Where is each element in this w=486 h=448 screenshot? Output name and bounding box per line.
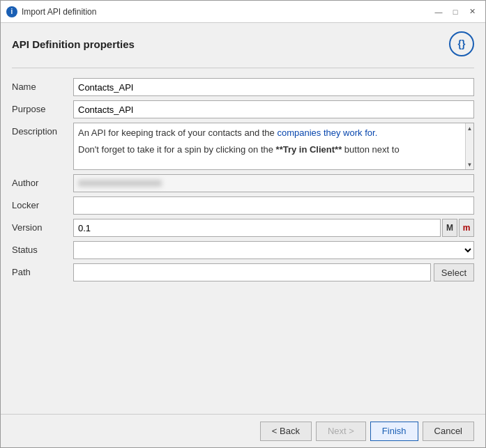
content-area: API Definition properties {} Name Purpos… <box>1 23 485 414</box>
api-definition-icon: {} <box>449 31 474 56</box>
description-content: An API for keeping track of your contact… <box>74 123 473 169</box>
cancel-button[interactable]: Cancel <box>423 422 474 441</box>
scroll-down-arrow[interactable]: ▼ <box>466 160 474 169</box>
app-icon: i <box>6 6 17 17</box>
version-label: Version <box>12 219 68 233</box>
version-input[interactable] <box>73 219 441 237</box>
window-title: Import API definition <box>22 7 431 17</box>
path-label: Path <box>12 263 68 277</box>
locker-label: Locker <box>12 196 68 210</box>
back-button[interactable]: < Back <box>260 422 312 441</box>
major-version-button[interactable]: M <box>442 219 457 237</box>
close-button[interactable]: ✕ <box>464 4 480 20</box>
page-title: API Definition properties <box>12 38 135 50</box>
status-select[interactable]: Draft Active Deprecated <box>73 241 474 259</box>
import-api-window: i Import API definition — □ ✕ API Defini… <box>0 0 486 448</box>
maximize-button[interactable]: □ <box>448 4 463 20</box>
description-field[interactable]: An API for keeping track of your contact… <box>73 123 474 170</box>
window-controls: — □ ✕ <box>431 4 480 20</box>
purpose-label: Purpose <box>12 100 68 114</box>
finish-button[interactable]: Finish <box>370 422 418 441</box>
description-line1: An API for keeping track of your contact… <box>78 126 469 140</box>
locker-input[interactable] <box>73 196 474 215</box>
author-label: Author <box>12 174 68 188</box>
select-path-button[interactable]: Select <box>434 263 474 281</box>
status-label: Status <box>12 241 68 255</box>
path-row: Select <box>73 263 474 281</box>
minimize-button[interactable]: — <box>431 4 446 20</box>
version-row: M m <box>73 219 474 237</box>
path-input[interactable] <box>73 263 431 281</box>
header-divider <box>12 68 474 68</box>
page-header: API Definition properties {} <box>12 31 474 56</box>
scroll-up-arrow[interactable]: ▲ <box>466 123 474 133</box>
title-bar: i Import API definition — □ ✕ <box>1 1 485 23</box>
purpose-input[interactable] <box>73 100 474 118</box>
description-line2: Don't forget to take it for a spin by cl… <box>78 143 469 157</box>
minor-version-button[interactable]: m <box>459 219 474 237</box>
name-label: Name <box>12 78 68 92</box>
properties-form: Name Purpose Description An API for keep… <box>12 78 474 281</box>
companies-link: companies they work for. <box>277 128 377 138</box>
author-field <box>73 174 474 192</box>
description-scrollbar[interactable]: ▲ ▼ <box>465 123 473 169</box>
author-value-blurred <box>78 180 162 187</box>
name-input[interactable] <box>73 78 474 96</box>
footer: < Back Next > Finish Cancel <box>1 414 485 447</box>
description-label: Description <box>12 123 68 137</box>
next-button[interactable]: Next > <box>316 422 366 441</box>
